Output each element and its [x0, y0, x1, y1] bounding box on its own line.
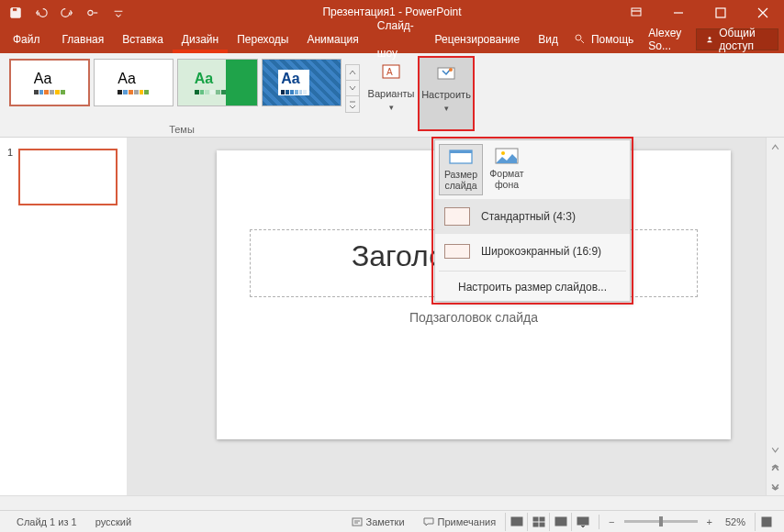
subtitle-placeholder[interactable]: Подзаголовок слайда: [308, 310, 639, 336]
standard-swatch-icon: [444, 207, 470, 226]
svg-rect-11: [353, 518, 362, 526]
themes-group-label: Темы: [0, 124, 364, 135]
svg-point-24: [501, 151, 505, 155]
svg-rect-13: [512, 518, 515, 524]
theme-gallery-nav[interactable]: [345, 64, 360, 113]
view-buttons: [505, 513, 593, 531]
tab-view[interactable]: Вид: [529, 26, 567, 53]
zoom-level[interactable]: 52%: [716, 516, 755, 527]
comments-button[interactable]: Примечания: [414, 516, 506, 527]
tell-me-label: Помощь: [591, 33, 633, 46]
slide-thumbnail-1[interactable]: [18, 149, 118, 205]
reading-view-icon[interactable]: [549, 513, 571, 531]
svg-rect-4: [716, 8, 725, 17]
share-label: Общий доступ: [719, 27, 768, 52]
share-button[interactable]: Общий доступ: [696, 28, 778, 50]
fit-to-window-icon[interactable]: [755, 513, 777, 531]
wide-swatch-icon: [444, 244, 470, 259]
theme-variant-2[interactable]: Aa: [94, 59, 174, 106]
customize-button[interactable]: Настроить ▾: [419, 57, 474, 130]
tab-home[interactable]: Главная: [53, 26, 114, 53]
svg-point-2: [88, 10, 93, 15]
size-standard-label: Стандартный (4:3): [481, 210, 576, 223]
svg-rect-1: [13, 8, 17, 12]
slide-sorter-icon[interactable]: [527, 513, 549, 531]
tab-animations[interactable]: Анимация: [297, 26, 367, 53]
custom-size-option[interactable]: Настроить размер слайдов...: [435, 273, 630, 301]
thumb-number: 1: [7, 147, 13, 205]
svg-point-10: [449, 68, 453, 72]
format-background-button[interactable]: Формат фона: [485, 144, 529, 195]
svg-rect-15: [540, 517, 544, 521]
theme-variant-3[interactable]: Aa: [177, 59, 258, 106]
slide-size-button[interactable]: Размер слайда: [439, 144, 483, 195]
undo-icon[interactable]: [35, 6, 48, 19]
tab-insert[interactable]: Вставка: [113, 26, 173, 53]
tab-slideshow[interactable]: Слайд-шоу: [368, 26, 426, 53]
maximize-button[interactable]: [700, 0, 742, 26]
format-background-label: Формат фона: [485, 168, 529, 190]
redo-icon[interactable]: [61, 6, 73, 19]
quick-access-toolbar: [0, 6, 125, 19]
minimize-button[interactable]: [657, 0, 700, 26]
chevron-down-icon: ▾: [444, 104, 449, 113]
tab-transitions[interactable]: Переходы: [228, 26, 297, 53]
slide-size-label: Размер слайда: [440, 169, 482, 191]
user-account[interactable]: Alexey So...: [641, 26, 696, 53]
ribbon-display-options-icon[interactable]: [615, 0, 657, 26]
themes-group: Aa Aa Aa Aa Темы: [0, 53, 364, 137]
slide-thumbnails-panel: 1: [0, 138, 127, 495]
tab-review[interactable]: Рецензирование: [426, 26, 530, 53]
zoom-in-icon[interactable]: +: [703, 516, 716, 527]
vertical-scrollbar[interactable]: [766, 138, 784, 495]
touch-mode-icon[interactable]: [86, 6, 99, 19]
chevron-down-icon: ▾: [389, 103, 394, 112]
status-bar: Слайд 1 из 1 русский Заметки Примечания …: [0, 510, 784, 532]
tab-design[interactable]: Дизайн: [173, 26, 228, 53]
save-icon[interactable]: [9, 6, 22, 19]
slide-size-dropdown: Размер слайда Формат фона Стандартный (4…: [434, 139, 631, 302]
slideshow-view-icon[interactable]: [571, 513, 593, 531]
scroll-up-icon[interactable]: [767, 139, 784, 155]
close-button[interactable]: [742, 0, 784, 26]
gallery-more-icon[interactable]: [346, 96, 359, 112]
svg-rect-22: [450, 150, 472, 153]
notes-button[interactable]: Заметки: [342, 516, 414, 527]
tell-me[interactable]: Помощь: [567, 26, 641, 53]
svg-point-6: [709, 37, 711, 39]
theme-office[interactable]: Aa: [9, 59, 90, 106]
normal-view-icon[interactable]: [505, 513, 527, 531]
work-area: 1 Заголовок слайда Подзаголовок слайда: [0, 138, 784, 495]
qat-dropdown-icon[interactable]: [112, 6, 125, 19]
size-wide-label: Широкоэкранный (16:9): [481, 245, 601, 258]
horizontal-scrollbar[interactable]: [0, 495, 784, 510]
svg-point-5: [576, 35, 581, 40]
zoom-out-icon[interactable]: −: [605, 516, 618, 527]
svg-text:A: A: [386, 67, 393, 77]
gallery-down-icon[interactable]: [346, 81, 359, 96]
tab-file[interactable]: Файл: [0, 26, 53, 53]
svg-rect-3: [632, 8, 641, 16]
svg-rect-14: [533, 517, 538, 521]
svg-rect-16: [533, 523, 538, 526]
status-language[interactable]: русский: [86, 516, 140, 527]
size-standard-option[interactable]: Стандартный (4:3): [435, 199, 630, 234]
size-widescreen-option[interactable]: Широкоэкранный (16:9): [435, 234, 630, 269]
variants-label: Варианты: [368, 88, 415, 99]
svg-rect-17: [540, 523, 544, 526]
status-slide-count[interactable]: Слайд 1 из 1: [7, 516, 86, 527]
zoom-slider[interactable]: [624, 520, 698, 523]
theme-variant-4[interactable]: Aa: [262, 59, 342, 106]
customize-label: Настроить: [421, 89, 471, 100]
next-slide-icon[interactable]: [767, 478, 784, 494]
ribbon-tabs: Файл Главная Вставка Дизайн Переходы Ани…: [0, 26, 784, 53]
scroll-down-icon[interactable]: [767, 441, 784, 458]
variants-button[interactable]: A Варианты ▾: [364, 57, 419, 130]
svg-rect-19: [577, 517, 588, 525]
prev-slide-icon[interactable]: [767, 460, 784, 476]
dropdown-separator: [439, 271, 626, 272]
gallery-up-icon[interactable]: [346, 65, 359, 81]
